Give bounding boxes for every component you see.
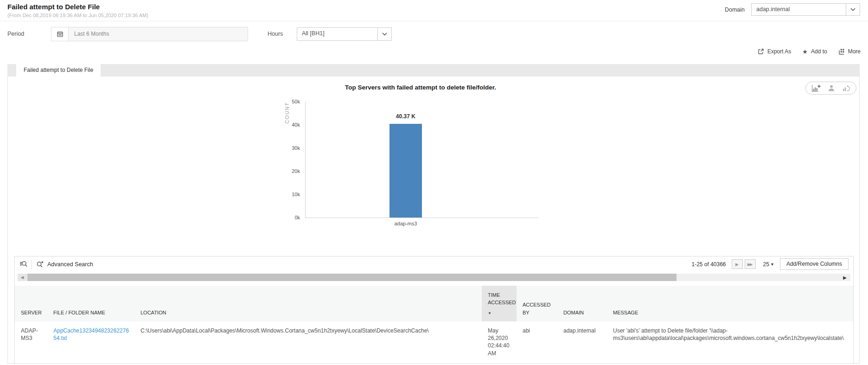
column-search-icon[interactable] — [19, 261, 27, 268]
add-to-button[interactable]: ★ Add to — [802, 48, 827, 55]
page-size-value: 25 — [763, 261, 769, 268]
export-as-label: Export As — [767, 48, 791, 55]
chevron-down-icon[interactable] — [377, 28, 391, 40]
period-label: Period — [7, 31, 24, 37]
col-header-message[interactable]: MESSAGE — [607, 286, 853, 321]
toolbar-divider — [32, 260, 32, 269]
report-date-range: (From Dec 08,2019 06:19:36 AM to Jun 05,… — [7, 13, 148, 18]
last-page-button[interactable]: ▶▶ — [745, 259, 756, 269]
y-tick-label: 40k — [280, 122, 300, 128]
cell-server: ADAP-MS3 — [15, 321, 47, 364]
advanced-search-label[interactable]: Advanced Search — [47, 261, 93, 268]
page-header: Failed attempt to Delete File (From Dec … — [0, 0, 868, 21]
y-axis-label: COUNT — [284, 102, 290, 124]
hours-label: Hours — [268, 31, 283, 37]
plot-area: COUNT 0k10k20k30k40k50k40.37 Kadap-ms3 — [305, 102, 538, 218]
star-icon: ★ — [802, 49, 808, 55]
page-size-select[interactable]: 25 ▾ — [763, 261, 773, 268]
page-title: Failed attempt to Delete File — [7, 3, 100, 11]
advanced-search-icon[interactable] — [36, 261, 44, 268]
scroll-left-arrow[interactable]: ◀ — [18, 274, 27, 281]
results-table-card: Advanced Search 1-25 of 40366 ▶ ▶▶ 25 ▾ … — [14, 256, 854, 364]
chevron-down-icon[interactable] — [846, 4, 860, 15]
next-page-button[interactable]: ▶ — [732, 259, 743, 269]
tab-failed-attempt-to-delete-file[interactable]: Failed attempt to Delete File — [16, 64, 101, 77]
user-view-icon[interactable] — [828, 84, 835, 92]
col-header-time-accessed[interactable]: TIME ACCESSED ▼ — [482, 286, 517, 321]
col-header-server[interactable]: SERVER — [15, 286, 47, 321]
y-tick-label: 50k — [280, 99, 300, 104]
domain-select-value: adap.internal — [752, 4, 846, 15]
chart-title: Top Servers with failed attempt to delet… — [281, 84, 560, 91]
calendar-icon[interactable] — [51, 27, 69, 41]
period-input[interactable]: Last 6 Months — [69, 27, 248, 41]
sort-desc-icon[interactable]: ▼ — [488, 311, 513, 316]
file-name-link[interactable]: AppCache132349482326227654.txt — [53, 327, 129, 341]
add-to-label: Add to — [811, 48, 827, 55]
hours-select-value: All [BH1] — [297, 28, 377, 40]
cell-message: User 'abi's' attempt to Delete file/fold… — [607, 321, 853, 364]
table-toolbar: Advanced Search 1-25 of 40366 ▶ ▶▶ 25 ▾ … — [15, 256, 853, 272]
export-as-button[interactable]: Export As — [758, 48, 791, 55]
period-input-group: Last 6 Months — [51, 27, 248, 41]
y-tick-label: 10k — [280, 192, 300, 197]
horizontal-scrollbar[interactable]: ◀ ▶ — [18, 274, 850, 281]
report-actions: Export As ★ Add to More — [758, 48, 861, 55]
y-tick-label: 30k — [280, 146, 300, 151]
tab-bar: Failed attempt to Delete File — [7, 64, 860, 77]
y-tick-label: 0k — [280, 215, 300, 220]
x-category-label: adap-ms3 — [373, 221, 438, 226]
bar-adap-ms3[interactable] — [389, 124, 422, 218]
results-table: SERVER FILE / FOLDER NAME LOCATION TIME … — [15, 286, 853, 364]
cell-accessed-by: abi — [517, 321, 557, 364]
more-button[interactable]: More — [838, 48, 861, 55]
col-header-accessed-by[interactable]: ACCESSED BY — [517, 286, 557, 321]
col-header-domain[interactable]: DOMAIN — [557, 286, 607, 321]
bar-value-label: 40.37 K — [373, 113, 438, 120]
more-icon — [838, 48, 845, 55]
col-header-time-accessed-label: TIME ACCESSED — [488, 291, 513, 307]
domain-select[interactable]: adap.internal — [751, 3, 860, 16]
caret-down-icon: ▾ — [771, 262, 773, 267]
col-header-location[interactable]: LOCATION — [134, 286, 482, 321]
chart-refresh-icon[interactable] — [842, 84, 850, 92]
chart-toolbar — [805, 82, 856, 95]
cell-location: C:\Users\abi\AppData\Local\Packages\Micr… — [134, 321, 482, 364]
scroll-right-arrow[interactable]: ▶ — [843, 274, 847, 281]
cell-domain: adap.internal — [557, 321, 607, 364]
domain-filter: Domain adap.internal — [725, 3, 860, 16]
cell-time-accessed: May 26,2020 02:44:40 AM — [482, 321, 517, 364]
filters-row: Period Last 6 Months Hours All [BH1] — [0, 27, 868, 42]
domain-label: Domain — [725, 6, 745, 13]
more-label: More — [848, 48, 861, 55]
export-icon — [758, 48, 764, 55]
add-chart-icon[interactable] — [811, 84, 821, 92]
hours-select[interactable]: All [BH1] — [297, 27, 392, 41]
table-row: ADAP-MS3 AppCache132349482326227654.txt … — [15, 321, 853, 364]
col-header-file-folder-name[interactable]: FILE / FOLDER NAME — [47, 286, 134, 321]
scrollbar-thumb[interactable] — [27, 274, 677, 281]
add-remove-columns-button[interactable]: Add/Remove Columns — [780, 258, 849, 270]
pagination-range: 1-25 of 40366 — [691, 261, 726, 268]
report-panel: Top Servers with failed attempt to delet… — [7, 77, 860, 364]
y-tick-label: 20k — [280, 169, 300, 174]
table-header-row: SERVER FILE / FOLDER NAME LOCATION TIME … — [15, 286, 853, 321]
